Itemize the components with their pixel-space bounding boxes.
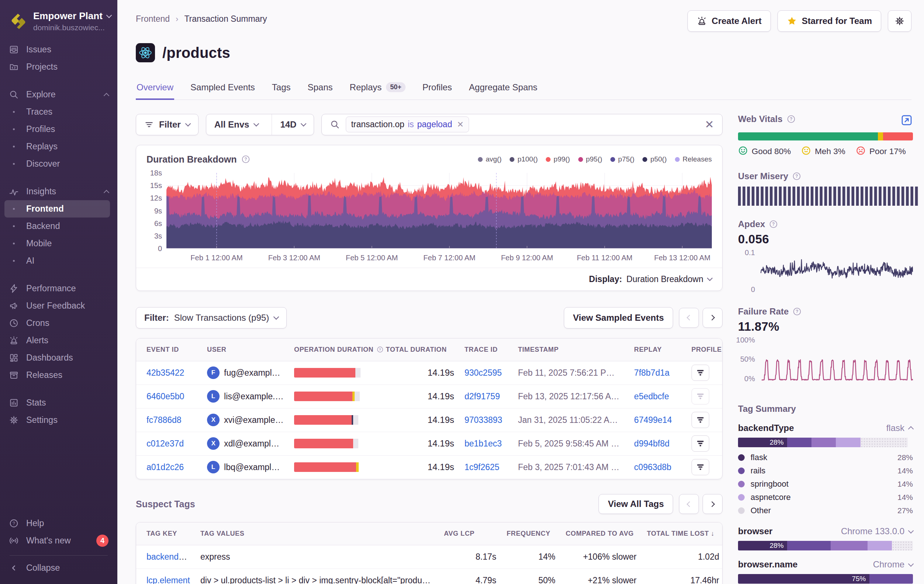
sidebar-item-issues[interactable]: Issues bbox=[0, 41, 117, 58]
tag-bar-segment[interactable] bbox=[812, 438, 836, 447]
transactions-filter-dropdown[interactable]: Filter: Slow Transactions (p95) bbox=[136, 307, 287, 329]
tag-legend-row[interactable]: aspnetcore14% bbox=[738, 491, 913, 504]
tag-key-link[interactable]: lcp.element bbox=[147, 576, 190, 584]
event-id-link[interactable]: 6460e5b0 bbox=[147, 392, 184, 401]
tag-bar-segment[interactable]: 75% bbox=[738, 574, 870, 584]
profile-button[interactable] bbox=[691, 388, 709, 405]
help-circle-icon[interactable]: ? bbox=[792, 171, 802, 181]
tag-legend-row[interactable]: springboot14% bbox=[738, 477, 913, 491]
legend-item-p99[interactable]: p99() bbox=[546, 155, 570, 163]
tag-bar-segment[interactable]: 28% bbox=[738, 541, 787, 551]
replay-link[interactable]: e5edbcfe bbox=[634, 392, 669, 401]
sidebar-item-explore[interactable]: Explore bbox=[0, 86, 117, 103]
search-clear-icon[interactable]: ✕ bbox=[705, 119, 714, 130]
tab-profiles[interactable]: Profiles bbox=[422, 81, 453, 100]
tag-bar-other-segment[interactable] bbox=[892, 541, 913, 551]
tag-bar-segment[interactable] bbox=[870, 574, 913, 584]
tab-overview[interactable]: Overview bbox=[136, 81, 174, 100]
tab-sampled-events[interactable]: Sampled Events bbox=[190, 81, 256, 100]
tag-legend-row[interactable]: flask28% bbox=[738, 451, 913, 464]
sidebar-item-help[interactable]: ?Help bbox=[0, 515, 117, 532]
sidebar-item-ai[interactable]: AI bbox=[0, 252, 117, 270]
pager-next-button[interactable] bbox=[703, 308, 723, 328]
sidebar-item-frontend[interactable]: Frontend bbox=[5, 200, 110, 217]
tab-replays[interactable]: Replays50+ bbox=[349, 81, 406, 100]
tab-tags[interactable]: Tags bbox=[271, 81, 292, 100]
event-id-link[interactable]: a01d2c26 bbox=[147, 462, 184, 472]
starred-for-team-button[interactable]: Starred for Team bbox=[777, 10, 881, 32]
sidebar-item-replays[interactable]: Replays bbox=[0, 138, 117, 155]
sidebar-item-dashboards[interactable]: Dashboards bbox=[0, 349, 117, 367]
view-sampled-events-button[interactable]: View Sampled Events bbox=[564, 307, 673, 329]
tag-bar-segment[interactable] bbox=[831, 541, 868, 551]
legend-item-p75[interactable]: p75() bbox=[610, 155, 634, 163]
replay-link[interactable]: d994bf8d bbox=[634, 439, 669, 448]
help-circle-icon[interactable]: ? bbox=[792, 307, 802, 316]
search-input[interactable]: transaction.op is pageload ✕ ✕ bbox=[322, 114, 723, 135]
sidebar-item-user-feedback[interactable]: User Feedback bbox=[0, 297, 117, 314]
profile-button[interactable] bbox=[691, 459, 709, 475]
sidebar-item-insights[interactable]: Insights bbox=[0, 183, 117, 200]
event-id-link[interactable]: c012e37d bbox=[147, 439, 184, 448]
tag-selected-value[interactable]: Chrome 133.0.0 bbox=[841, 526, 913, 536]
help-circle-icon[interactable]: ? bbox=[786, 114, 796, 124]
trace-id-link[interactable]: be1b1ec3 bbox=[465, 439, 502, 448]
profile-button[interactable] bbox=[691, 412, 709, 428]
breadcrumb-frontend[interactable]: Frontend bbox=[136, 14, 170, 24]
trace-id-link[interactable]: 1c9f2625 bbox=[465, 462, 500, 472]
tab-aggregate-spans[interactable]: Aggregate Spans bbox=[468, 81, 538, 100]
trace-id-link[interactable]: d2f91759 bbox=[465, 392, 500, 401]
event-id-link[interactable]: 42b35422 bbox=[147, 368, 184, 378]
trace-id-link[interactable]: 930c2595 bbox=[465, 368, 502, 378]
replay-link[interactable]: c0963d8b bbox=[634, 462, 671, 472]
search-token[interactable]: transaction.op is pageload ✕ bbox=[346, 117, 469, 132]
display-selector[interactable]: Display: Duration Breakdown bbox=[136, 268, 722, 291]
legend-item-p95[interactable]: p95() bbox=[578, 155, 602, 163]
sidebar-item-performance[interactable]: Performance bbox=[0, 280, 117, 297]
tab-spans[interactable]: Spans bbox=[307, 81, 333, 100]
tag-bar-segment[interactable] bbox=[787, 438, 812, 447]
sidebar-item-settings[interactable]: Settings bbox=[0, 411, 117, 429]
filter-dropdown[interactable]: Filter bbox=[136, 114, 198, 135]
tag-bar-other-segment[interactable] bbox=[861, 438, 908, 447]
sidebar-item-releases[interactable]: Releases bbox=[0, 367, 117, 384]
tag-selected-value[interactable]: Chrome bbox=[873, 559, 913, 570]
column-header-total-time-lost[interactable]: TOTAL TIME LOST ↓ bbox=[642, 522, 723, 545]
legend-item-p100[interactable]: p100() bbox=[510, 155, 538, 163]
event-id-link[interactable]: fc7886d8 bbox=[147, 415, 182, 425]
sidebar-item-traces[interactable]: Traces bbox=[0, 103, 117, 120]
tag-bar-segment[interactable]: 28% bbox=[738, 438, 787, 447]
view-all-tags-button[interactable]: View All Tags bbox=[599, 494, 673, 514]
sidebar-item-projects[interactable]: Projects bbox=[0, 58, 117, 76]
period-dropdown[interactable]: 14D bbox=[272, 114, 314, 135]
tag-bar-segment[interactable] bbox=[836, 438, 860, 447]
trace-id-link[interactable]: 97033893 bbox=[465, 415, 502, 425]
sidebar-item-discover[interactable]: Discover bbox=[0, 155, 117, 173]
legend-item-avg[interactable]: avg() bbox=[478, 155, 502, 163]
replay-link[interactable]: 67499e14 bbox=[634, 415, 672, 425]
legend-item-p50[interactable]: p50() bbox=[642, 155, 667, 163]
sidebar-item-backend[interactable]: Backend bbox=[0, 217, 117, 235]
tag-legend-row[interactable]: rails14% bbox=[738, 464, 913, 477]
env-dropdown[interactable]: All Envs bbox=[206, 114, 267, 135]
profile-button[interactable] bbox=[691, 365, 709, 381]
pager-next-button[interactable] bbox=[703, 494, 723, 514]
pager-prev-button[interactable] bbox=[679, 494, 699, 514]
sidebar-item-alerts[interactable]: Alerts bbox=[0, 332, 117, 349]
sidebar-item-stats[interactable]: Stats bbox=[0, 394, 117, 411]
settings-button[interactable] bbox=[888, 10, 911, 32]
help-circle-icon[interactable]: ? bbox=[769, 219, 778, 229]
open-in-new-icon[interactable] bbox=[900, 114, 913, 127]
help-circle-icon[interactable]: ? bbox=[241, 155, 251, 164]
sidebar-item-what-s-new[interactable]: What's new4 bbox=[0, 532, 117, 549]
replay-link[interactable]: 7f8b7d1a bbox=[634, 368, 669, 378]
profile-button[interactable] bbox=[691, 436, 709, 452]
org-switcher[interactable]: Empower Plant dominik.buszowiec... bbox=[0, 9, 117, 41]
legend-item-Releases[interactable]: Releases bbox=[675, 155, 712, 163]
tag-selected-value[interactable]: flask bbox=[886, 423, 913, 433]
tag-bar-segment[interactable] bbox=[787, 541, 831, 551]
sidebar-item-profiles[interactable]: Profiles bbox=[0, 120, 117, 138]
sidebar-item-crons[interactable]: Crons bbox=[0, 314, 117, 332]
create-alert-button[interactable]: Create Alert bbox=[688, 10, 771, 32]
token-remove-icon[interactable]: ✕ bbox=[457, 120, 464, 129]
